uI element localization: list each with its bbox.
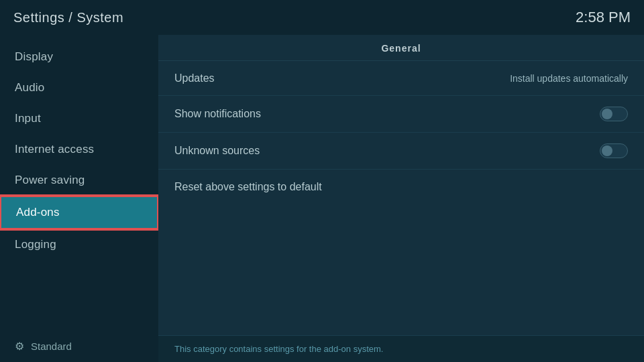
content-footer: This category contains settings for the … bbox=[158, 335, 644, 362]
content-body: General Updates Install updates automati… bbox=[158, 35, 644, 335]
gear-icon: ⚙ bbox=[15, 340, 24, 353]
content-area: General Updates Install updates automati… bbox=[158, 35, 644, 362]
unknown-sources-toggle-knob bbox=[602, 145, 612, 156]
sidebar-item-logging[interactable]: Logging bbox=[0, 229, 158, 260]
sidebar-nav: Display Audio Input Internet access Powe… bbox=[0, 42, 158, 260]
setting-row-show-notifications[interactable]: Show notifications bbox=[158, 96, 644, 133]
setting-row-unknown-sources[interactable]: Unknown sources bbox=[158, 133, 644, 170]
sidebar-item-add-ons[interactable]: Add-ons bbox=[0, 196, 158, 229]
sidebar-footer: ⚙ Standard bbox=[0, 330, 158, 362]
sidebar-item-input[interactable]: Input bbox=[0, 103, 158, 134]
sidebar-item-internet-access[interactable]: Internet access bbox=[0, 134, 158, 165]
main-layout: Display Audio Input Internet access Powe… bbox=[0, 35, 644, 362]
show-notifications-toggle[interactable] bbox=[600, 107, 628, 121]
section-header: General bbox=[158, 35, 644, 61]
setting-row-reset[interactable]: Reset above settings to default bbox=[158, 170, 644, 204]
unknown-sources-label: Unknown sources bbox=[174, 145, 260, 157]
footer-text: This category contains settings for the … bbox=[174, 344, 383, 354]
sidebar-item-display[interactable]: Display bbox=[0, 42, 158, 72]
reset-label: Reset above settings to default bbox=[174, 181, 322, 193]
page-title: Settings / System bbox=[13, 10, 123, 25]
header: Settings / System 2:58 PM bbox=[0, 0, 644, 35]
sidebar-item-power-saving[interactable]: Power saving bbox=[0, 165, 158, 196]
updates-value: Install updates automatically bbox=[510, 73, 628, 84]
show-notifications-toggle-knob bbox=[602, 109, 612, 119]
profile-label: Standard bbox=[31, 341, 72, 352]
unknown-sources-toggle[interactable] bbox=[600, 143, 628, 158]
sidebar: Display Audio Input Internet access Powe… bbox=[0, 35, 158, 362]
setting-row-updates[interactable]: Updates Install updates automatically bbox=[158, 61, 644, 96]
show-notifications-label: Show notifications bbox=[174, 108, 261, 120]
sidebar-item-audio[interactable]: Audio bbox=[0, 72, 158, 103]
clock: 2:58 PM bbox=[576, 9, 631, 26]
updates-label: Updates bbox=[174, 72, 215, 84]
